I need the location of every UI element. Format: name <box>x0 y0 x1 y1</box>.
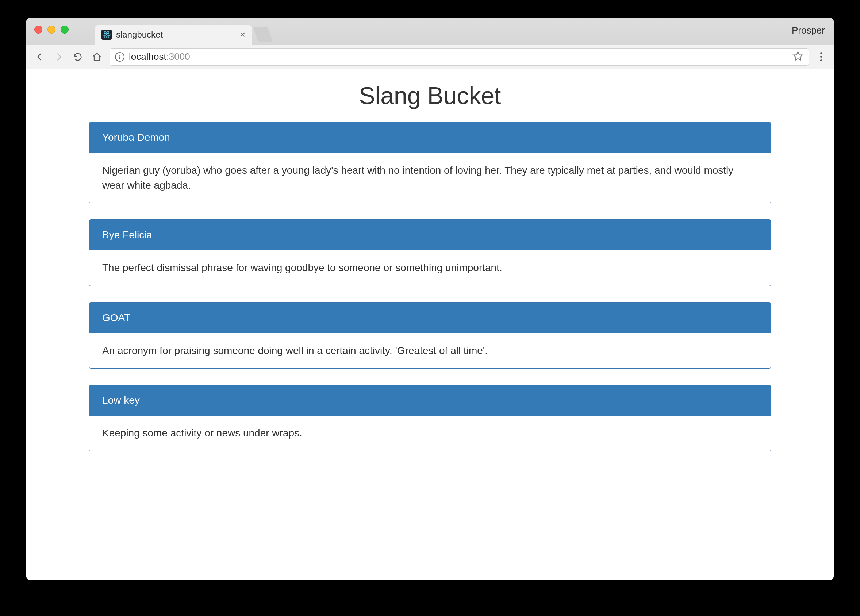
page-title: Slang Bucket <box>26 73 834 122</box>
forward-button[interactable] <box>53 51 65 63</box>
slang-definition: Keeping some activity or news under wrap… <box>89 415 771 451</box>
profile-name[interactable]: Prosper <box>792 25 825 36</box>
reload-button[interactable] <box>72 51 84 63</box>
new-tab-button[interactable] <box>253 27 273 42</box>
page-viewport: Slang Bucket Yoruba Demon Nigerian guy (… <box>26 69 834 580</box>
maximize-window-button[interactable] <box>61 25 69 34</box>
slang-term: Low key <box>89 385 771 415</box>
slang-definition: The perfect dismissal phrase for waving … <box>89 250 771 286</box>
slang-term: Bye Felicia <box>89 220 771 250</box>
slang-panel: Low key Keeping some activity or news un… <box>89 385 771 451</box>
slang-definition: An acronym for praising someone doing we… <box>89 333 771 368</box>
tab-strip: slangbucket × Prosper <box>26 17 834 44</box>
home-button[interactable] <box>91 51 103 63</box>
minimize-window-button[interactable] <box>47 25 55 34</box>
site-info-icon[interactable]: i <box>115 52 124 62</box>
url-text: localhost:3000 <box>129 51 190 63</box>
close-window-button[interactable] <box>34 25 42 34</box>
browser-tab[interactable]: slangbucket × <box>95 25 252 44</box>
browser-toolbar: i localhost:3000 <box>26 44 834 69</box>
tab-title: slangbucket <box>116 30 235 40</box>
address-bar[interactable]: i localhost:3000 <box>110 48 809 66</box>
slang-panel: Yoruba Demon Nigerian guy (yoruba) who g… <box>89 122 771 203</box>
slang-panel: Bye Felicia The perfect dismissal phrase… <box>89 219 771 286</box>
window-controls <box>34 25 69 34</box>
browser-window: slangbucket × Prosper i localhost:3000 <box>26 17 834 580</box>
slang-term: Yoruba Demon <box>89 122 771 153</box>
browser-menu-button[interactable] <box>816 52 826 61</box>
slang-list: Yoruba Demon Nigerian guy (yoruba) who g… <box>89 122 771 451</box>
back-button[interactable] <box>34 51 46 63</box>
slang-definition: Nigerian guy (yoruba) who goes after a y… <box>89 153 771 203</box>
close-tab-button[interactable]: × <box>240 30 245 39</box>
bookmark-star-icon[interactable] <box>793 51 804 63</box>
svg-marker-4 <box>794 52 803 60</box>
react-favicon-icon <box>102 30 112 40</box>
slang-term: GOAT <box>89 303 771 333</box>
svg-point-3 <box>106 34 107 35</box>
slang-panel: GOAT An acronym for praising someone doi… <box>89 302 771 369</box>
